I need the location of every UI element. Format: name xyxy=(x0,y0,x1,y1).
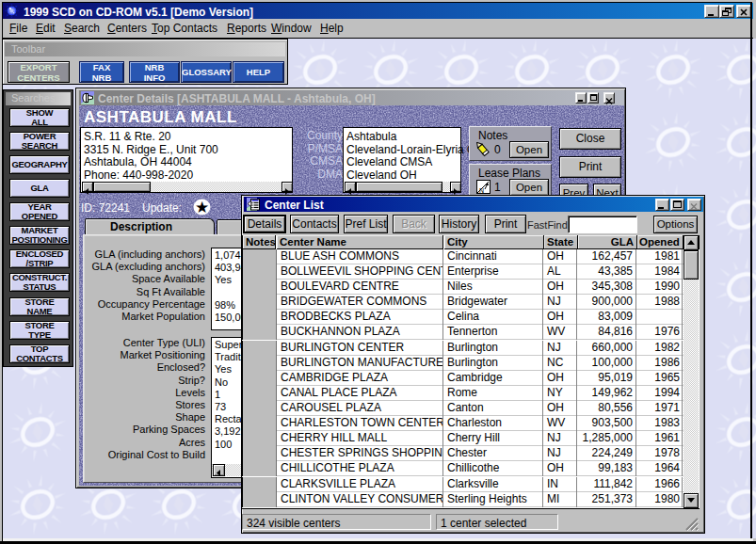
svg-text:N: N xyxy=(479,187,484,194)
svg-text:★: ★ xyxy=(195,199,209,216)
